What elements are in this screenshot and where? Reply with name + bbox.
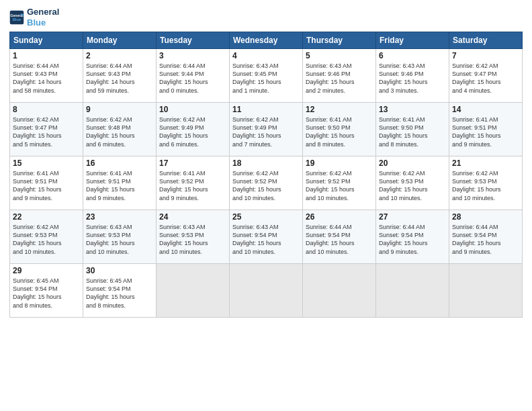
- cell-content: Sunrise: 6:43 AMSunset: 9:53 PMDaylight:…: [86, 223, 153, 256]
- calendar-cell: 30Sunrise: 6:45 AMSunset: 9:54 PMDayligh…: [83, 264, 157, 318]
- day-number: 26: [306, 212, 373, 222]
- cell-content: Sunrise: 6:44 AMSunset: 9:44 PMDaylight:…: [159, 62, 226, 95]
- col-header-tuesday: Tuesday: [157, 32, 230, 49]
- calendar-cell: 15Sunrise: 6:41 AMSunset: 9:51 PMDayligh…: [10, 156, 83, 210]
- cell-content: Sunrise: 6:43 AMSunset: 9:46 PMDaylight:…: [379, 62, 446, 95]
- day-number: 5: [306, 51, 373, 60]
- logo-text: General Blue: [27, 7, 59, 28]
- day-number: 8: [13, 105, 80, 114]
- day-number: 24: [159, 212, 226, 222]
- calendar-cell: 29Sunrise: 6:45 AMSunset: 9:54 PMDayligh…: [10, 264, 83, 318]
- calendar-cell: 9Sunrise: 6:42 AMSunset: 9:48 PMDaylight…: [83, 103, 157, 156]
- cell-content: Sunrise: 6:42 AMSunset: 9:48 PMDaylight:…: [86, 116, 153, 148]
- calendar-cell: 1Sunrise: 6:44 AMSunset: 9:43 PMDaylight…: [10, 49, 83, 103]
- day-number: 15: [13, 158, 80, 168]
- day-number: 13: [379, 105, 446, 114]
- cell-content: Sunrise: 6:44 AMSunset: 9:54 PMDaylight:…: [306, 223, 373, 256]
- calendar-cell: 11Sunrise: 6:42 AMSunset: 9:49 PMDayligh…: [230, 103, 303, 156]
- calendar-cell: 21Sunrise: 6:42 AMSunset: 9:53 PMDayligh…: [449, 156, 523, 210]
- day-number: 30: [86, 266, 153, 275]
- day-number: 16: [86, 158, 153, 168]
- col-header-saturday: Saturday: [449, 32, 523, 49]
- day-number: 9: [86, 105, 153, 114]
- calendar-cell: 5Sunrise: 6:43 AMSunset: 9:46 PMDaylight…: [303, 49, 376, 103]
- day-number: 20: [379, 158, 446, 168]
- calendar-cell: [230, 264, 303, 318]
- cell-content: Sunrise: 6:41 AMSunset: 9:50 PMDaylight:…: [306, 116, 373, 148]
- calendar-cell: 4Sunrise: 6:43 AMSunset: 9:45 PMDaylight…: [230, 49, 303, 103]
- day-number: 17: [159, 158, 226, 168]
- calendar-cell: 27Sunrise: 6:44 AMSunset: 9:54 PMDayligh…: [376, 210, 449, 264]
- day-number: 22: [13, 212, 80, 222]
- cell-content: Sunrise: 6:42 AMSunset: 9:53 PMDaylight:…: [452, 169, 519, 202]
- calendar-cell: 23Sunrise: 6:43 AMSunset: 9:53 PMDayligh…: [83, 210, 157, 264]
- cell-content: Sunrise: 6:44 AMSunset: 9:43 PMDaylight:…: [86, 62, 153, 95]
- cell-content: Sunrise: 6:42 AMSunset: 9:53 PMDaylight:…: [13, 223, 80, 256]
- cell-content: Sunrise: 6:41 AMSunset: 9:50 PMDaylight:…: [379, 116, 446, 148]
- calendar-cell: 24Sunrise: 6:43 AMSunset: 9:53 PMDayligh…: [157, 210, 230, 264]
- cell-content: Sunrise: 6:44 AMSunset: 9:43 PMDaylight:…: [13, 62, 80, 95]
- calendar-cell: 2Sunrise: 6:44 AMSunset: 9:43 PMDaylight…: [83, 49, 157, 103]
- cell-content: Sunrise: 6:42 AMSunset: 9:53 PMDaylight:…: [379, 169, 446, 202]
- page-header: General Blue General Blue: [9, 7, 523, 28]
- cell-content: Sunrise: 6:41 AMSunset: 9:51 PMDaylight:…: [13, 169, 80, 202]
- calendar-cell: 17Sunrise: 6:41 AMSunset: 9:52 PMDayligh…: [157, 156, 230, 210]
- calendar-cell: 14Sunrise: 6:41 AMSunset: 9:51 PMDayligh…: [449, 103, 523, 156]
- col-header-friday: Friday: [376, 32, 449, 49]
- calendar-cell: 18Sunrise: 6:42 AMSunset: 9:52 PMDayligh…: [230, 156, 303, 210]
- calendar-cell: 22Sunrise: 6:42 AMSunset: 9:53 PMDayligh…: [10, 210, 83, 264]
- day-number: 7: [452, 51, 519, 60]
- calendar-cell: 25Sunrise: 6:43 AMSunset: 9:54 PMDayligh…: [230, 210, 303, 264]
- cell-content: Sunrise: 6:43 AMSunset: 9:53 PMDaylight:…: [159, 223, 226, 256]
- day-number: 18: [232, 158, 300, 168]
- calendar-cell: [157, 264, 230, 318]
- calendar-cell: [376, 264, 449, 318]
- col-header-wednesday: Wednesday: [230, 32, 303, 49]
- day-number: 29: [13, 266, 80, 275]
- day-number: 4: [232, 51, 300, 60]
- logo: General Blue General Blue: [9, 7, 59, 28]
- cell-content: Sunrise: 6:44 AMSunset: 9:54 PMDaylight:…: [452, 223, 519, 256]
- col-header-thursday: Thursday: [303, 32, 376, 49]
- cell-content: Sunrise: 6:45 AMSunset: 9:54 PMDaylight:…: [13, 277, 80, 310]
- day-number: 14: [452, 105, 519, 114]
- calendar-cell: 3Sunrise: 6:44 AMSunset: 9:44 PMDaylight…: [157, 49, 230, 103]
- calendar-cell: [449, 264, 523, 318]
- svg-text:Blue: Blue: [13, 17, 21, 21]
- day-number: 11: [232, 105, 300, 114]
- calendar-cell: 19Sunrise: 6:42 AMSunset: 9:52 PMDayligh…: [303, 156, 376, 210]
- logo-icon: General Blue: [9, 10, 24, 25]
- cell-content: Sunrise: 6:44 AMSunset: 9:54 PMDaylight:…: [379, 223, 446, 256]
- cell-content: Sunrise: 6:43 AMSunset: 9:54 PMDaylight:…: [232, 223, 300, 256]
- cell-content: Sunrise: 6:45 AMSunset: 9:54 PMDaylight:…: [86, 277, 153, 310]
- cell-content: Sunrise: 6:41 AMSunset: 9:52 PMDaylight:…: [159, 169, 226, 202]
- day-number: 23: [86, 212, 153, 222]
- day-number: 2: [86, 51, 153, 60]
- cell-content: Sunrise: 6:41 AMSunset: 9:51 PMDaylight:…: [86, 169, 153, 202]
- day-number: 25: [232, 212, 300, 222]
- cell-content: Sunrise: 6:42 AMSunset: 9:49 PMDaylight:…: [232, 116, 300, 148]
- col-header-sunday: Sunday: [10, 32, 83, 49]
- calendar-cell: 28Sunrise: 6:44 AMSunset: 9:54 PMDayligh…: [449, 210, 523, 264]
- cell-content: Sunrise: 6:42 AMSunset: 9:49 PMDaylight:…: [159, 116, 226, 148]
- day-number: 27: [379, 212, 446, 222]
- calendar-cell: 20Sunrise: 6:42 AMSunset: 9:53 PMDayligh…: [376, 156, 449, 210]
- calendar-cell: 6Sunrise: 6:43 AMSunset: 9:46 PMDaylight…: [376, 49, 449, 103]
- calendar-cell: 26Sunrise: 6:44 AMSunset: 9:54 PMDayligh…: [303, 210, 376, 264]
- calendar-cell: 7Sunrise: 6:42 AMSunset: 9:47 PMDaylight…: [449, 49, 523, 103]
- calendar-cell: 12Sunrise: 6:41 AMSunset: 9:50 PMDayligh…: [303, 103, 376, 156]
- day-number: 28: [452, 212, 519, 222]
- cell-content: Sunrise: 6:43 AMSunset: 9:46 PMDaylight:…: [306, 62, 373, 95]
- day-number: 19: [306, 158, 373, 168]
- calendar-cell: 13Sunrise: 6:41 AMSunset: 9:50 PMDayligh…: [376, 103, 449, 156]
- calendar-cell: [303, 264, 376, 318]
- cell-content: Sunrise: 6:42 AMSunset: 9:52 PMDaylight:…: [232, 169, 300, 202]
- cell-content: Sunrise: 6:42 AMSunset: 9:47 PMDaylight:…: [452, 62, 519, 95]
- calendar-table: SundayMondayTuesdayWednesdayThursdayFrid…: [9, 32, 523, 318]
- day-number: 6: [379, 51, 446, 60]
- day-number: 3: [159, 51, 226, 60]
- day-number: 21: [452, 158, 519, 168]
- day-number: 10: [159, 105, 226, 114]
- cell-content: Sunrise: 6:43 AMSunset: 9:45 PMDaylight:…: [232, 62, 300, 95]
- col-header-monday: Monday: [83, 32, 157, 49]
